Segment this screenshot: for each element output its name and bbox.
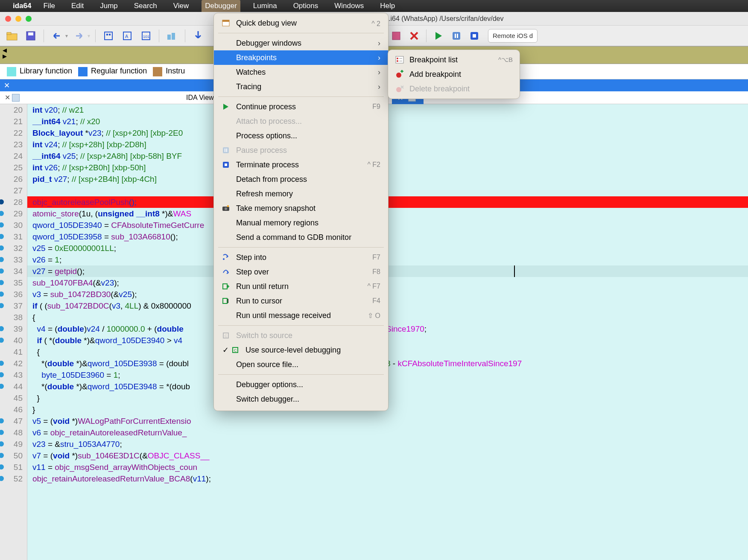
line-number[interactable]: 45 <box>0 392 27 404</box>
code-line[interactable]: v7 = (void *)sub_1046E3D1C(&OBJC_CLASS__ <box>27 450 748 461</box>
code-line[interactable]: v23 = &stru_1053A4770; <box>27 438 748 450</box>
line-gutter[interactable]: 2021222324252627282930313233343536373839… <box>0 104 27 560</box>
menu-lumina[interactable]: Lumina <box>250 0 280 12</box>
menu-debugger[interactable]: Debugger <box>202 0 240 12</box>
menu-debugger-windows[interactable]: Debugger windows› <box>214 36 388 50</box>
menu-help[interactable]: Help <box>377 0 398 12</box>
code-line[interactable]: objc_retainAutoreleasedReturnValue_BCA8(… <box>27 473 748 484</box>
menu-detach-from-process[interactable]: Detach from process <box>214 172 388 187</box>
menu-edit[interactable]: Edit <box>68 0 87 12</box>
breakpoint-marker[interactable] <box>0 418 4 423</box>
nav-forward-button[interactable] <box>71 28 87 44</box>
menu-jump[interactable]: Jump <box>96 0 121 12</box>
line-number[interactable]: 44 <box>0 381 27 392</box>
breakpoint-marker[interactable] <box>0 338 4 343</box>
breakpoint-marker[interactable] <box>0 464 4 470</box>
open-file-button[interactable] <box>4 28 20 44</box>
download-button[interactable] <box>190 28 206 44</box>
line-number[interactable]: 22 <box>0 127 27 139</box>
close-window-button[interactable] <box>5 16 11 22</box>
save-button[interactable] <box>23 28 38 44</box>
line-number[interactable]: 49 <box>0 438 27 450</box>
menu-use-source-level-debugging[interactable]: ✓CUse source-level debugging <box>214 343 388 357</box>
line-number[interactable]: 27 <box>0 185 27 196</box>
breakpoint-marker[interactable] <box>0 303 4 308</box>
menu-switch-debugger[interactable]: Switch debugger... <box>214 392 388 406</box>
line-number[interactable]: 51 <box>0 461 27 473</box>
app-name[interactable]: ida64 <box>13 2 31 10</box>
breakpoint-marker[interactable] <box>0 199 4 204</box>
pause-button[interactable] <box>449 28 464 44</box>
line-number[interactable]: 34 <box>0 265 27 277</box>
line-number[interactable]: 50 <box>0 450 27 461</box>
line-number[interactable]: 38 <box>0 312 27 323</box>
line-number[interactable]: 24 <box>0 150 27 162</box>
menu-step-into[interactable]: Step intoF7 <box>214 250 388 265</box>
line-number[interactable]: 20 <box>0 104 27 116</box>
close-tab-icon[interactable]: ✕ <box>3 93 12 102</box>
nav-back-button[interactable] <box>49 28 64 44</box>
menu-run-until-message[interactable]: Run until message received⇧ O <box>214 308 388 323</box>
segment-button-1[interactable] <box>101 28 116 44</box>
stop-button[interactable] <box>467 28 482 44</box>
submenu-breakpoint-list[interactable]: Breakpoint list ^⌥B <box>388 52 520 67</box>
menu-debugger-options[interactable]: Debugger options... <box>214 377 388 392</box>
breakpoint-marker[interactable] <box>0 222 4 228</box>
menu-terminate-process[interactable]: Terminate process^ F2 <box>214 158 388 172</box>
menu-run-until-return[interactable]: Run until return^ F7 <box>214 279 388 294</box>
line-number[interactable]: 33 <box>0 254 27 265</box>
menu-search[interactable]: Search <box>131 0 161 12</box>
menu-tracing[interactable]: Tracing› <box>214 79 388 94</box>
debugger-selector[interactable]: Remote iOS d <box>488 29 538 43</box>
line-number[interactable]: 35 <box>0 277 27 289</box>
line-number[interactable]: 43 <box>0 369 27 381</box>
menu-run-to-cursor[interactable]: Run to cursorF4 <box>214 294 388 308</box>
breakpoint-marker[interactable] <box>0 292 4 297</box>
line-number[interactable]: 46 <box>0 404 27 415</box>
line-number[interactable]: 32 <box>0 242 27 254</box>
menu-open-source-file[interactable]: Open source file... <box>214 357 388 372</box>
menu-step-over[interactable]: Step overF8 <box>214 265 388 279</box>
breakpoint-toggle-button[interactable] <box>389 28 404 44</box>
line-number[interactable]: 36 <box>0 289 27 300</box>
menu-manual-memory-regions[interactable]: Manual memory regions <box>214 216 388 230</box>
breakpoint-marker[interactable] <box>0 211 4 216</box>
nav-arrows[interactable]: ◀▶ <box>3 47 7 59</box>
code-line[interactable]: v11 = objc_msgSend_arrayWithObjects_coun <box>27 461 748 473</box>
code-line[interactable]: v6 = objc_retainAutoreleasedReturnValue_ <box>27 427 748 438</box>
line-number[interactable]: 31 <box>0 231 27 242</box>
menu-quick-debug-view[interactable]: Quick debug view ^ 2 <box>214 16 388 30</box>
menu-breakpoints[interactable]: Breakpoints› <box>214 50 388 65</box>
menu-file[interactable]: File <box>40 0 58 12</box>
breakpoint-marker[interactable] <box>0 372 4 377</box>
breakpoint-marker[interactable] <box>0 441 4 446</box>
line-number[interactable]: 23 <box>0 139 27 150</box>
line-number[interactable]: 37 <box>0 300 27 312</box>
run-button[interactable] <box>431 28 446 44</box>
breakpoint-marker[interactable] <box>0 234 4 239</box>
breakpoint-marker[interactable] <box>0 245 4 251</box>
menu-watches[interactable]: Watches› <box>214 65 388 79</box>
minimize-window-button[interactable] <box>15 16 21 22</box>
line-number[interactable]: 41 <box>0 346 27 358</box>
line-number[interactable]: 28 <box>0 196 27 208</box>
line-number[interactable]: 26 <box>0 173 27 185</box>
line-number[interactable]: 42 <box>0 358 27 369</box>
menu-view[interactable]: View <box>170 0 193 12</box>
breakpoint-marker[interactable] <box>0 326 4 331</box>
breakpoint-marker[interactable] <box>0 476 4 481</box>
menu-continue-process[interactable]: Continue processF9 <box>214 99 388 114</box>
line-number[interactable]: 39 <box>0 323 27 335</box>
breakpoint-marker[interactable] <box>0 257 4 262</box>
line-number[interactable]: 47 <box>0 415 27 427</box>
tab-ida-view[interactable]: IDA View <box>186 94 214 102</box>
zoom-window-button[interactable] <box>26 16 32 22</box>
breakpoint-marker[interactable] <box>0 430 4 435</box>
menu-process-options[interactable]: Process options... <box>214 128 388 143</box>
breakpoint-marker[interactable] <box>0 361 4 366</box>
menu-take-snapshot[interactable]: Take memory snapshot <box>214 201 388 216</box>
line-number[interactable]: 48 <box>0 427 27 438</box>
breakpoint-marker[interactable] <box>0 280 4 285</box>
line-number[interactable]: 29 <box>0 208 27 219</box>
breakpoint-marker[interactable] <box>0 453 4 458</box>
